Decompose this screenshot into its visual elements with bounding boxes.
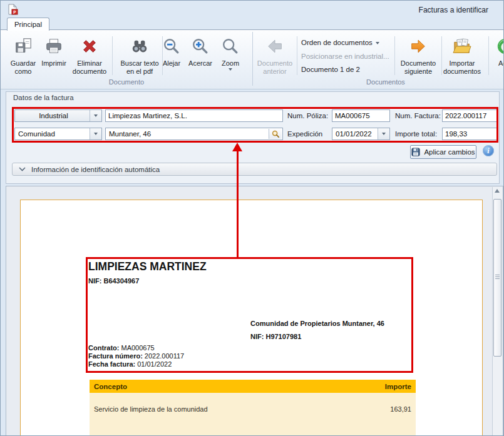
ribbon: Guardar como Imprimir Eliminar documento bbox=[1, 29, 504, 89]
concept-header: Concepto bbox=[94, 383, 127, 390]
document-preview: LIMPIEZAS MARTINEZ NIF: B64304967 Comuni… bbox=[6, 186, 503, 436]
invoice-client-nif: NIF: H97107981 bbox=[250, 330, 384, 343]
invoice-date-line: Fecha factura:01/01/2022 bbox=[88, 360, 172, 368]
titlebar: P Facturas a identificar bbox=[1, 1, 504, 18]
vertical-scrollbar[interactable] bbox=[492, 187, 502, 436]
invoice-table-row: Servicio de limpieza de la comunidad 163… bbox=[90, 393, 416, 436]
ribbon-group-caption-documento: Documento bbox=[1, 78, 252, 86]
chevron-down-icon[interactable] bbox=[90, 128, 101, 139]
invoice-client-block: Comunidad de Propietarios Muntaner, 46 N… bbox=[250, 317, 384, 343]
chevron-down-icon[interactable] bbox=[378, 128, 389, 139]
ribbon-group-divider bbox=[252, 32, 253, 86]
ribbon-group-caption-documentos: Documentos bbox=[301, 78, 470, 86]
save-as-label: Guardar como bbox=[8, 59, 38, 76]
import-documents-button[interactable]: Importar documentos bbox=[440, 34, 484, 81]
save-as-button[interactable]: Guardar como bbox=[8, 34, 38, 81]
chevron-down-icon bbox=[376, 42, 379, 44]
supplier-name-field[interactable] bbox=[105, 109, 283, 122]
print-label: Imprimir bbox=[39, 59, 68, 68]
chevron-down-icon bbox=[229, 68, 232, 71]
zoom-in-label: Acercar bbox=[186, 59, 215, 68]
total-amount-field[interactable] bbox=[442, 128, 497, 140]
print-button[interactable]: Imprimir bbox=[39, 34, 68, 81]
binoculars-icon bbox=[116, 36, 163, 57]
search-pdf-button[interactable]: Buscar texto en el pdf bbox=[116, 34, 163, 81]
refresh-label: Actu bbox=[491, 59, 504, 68]
save-as-icon bbox=[8, 36, 38, 57]
apply-changes-label: Aplicar cambios bbox=[424, 148, 475, 156]
zoom-in-icon bbox=[186, 36, 215, 57]
industrial-combo[interactable]: Industrial bbox=[14, 109, 102, 122]
arrow-left-icon bbox=[255, 36, 295, 57]
chevron-down-icon[interactable] bbox=[90, 110, 101, 121]
save-icon bbox=[411, 148, 420, 156]
next-document-label: Documento siguiente bbox=[398, 59, 439, 76]
ribbon-separator bbox=[112, 36, 113, 75]
invoice-number-field[interactable] bbox=[442, 109, 497, 122]
issue-date-combo[interactable]: 01/01/2022 bbox=[332, 128, 390, 140]
ribbon-separator bbox=[394, 36, 395, 75]
search-icon bbox=[272, 130, 280, 138]
invoice-company-nif: NIF: B64304967 bbox=[88, 277, 139, 285]
position-in-industrial-item[interactable]: Posicionarse en industrial... bbox=[301, 53, 393, 60]
search-button[interactable] bbox=[269, 129, 282, 139]
refresh-icon bbox=[491, 36, 504, 57]
invoice-company-name: LIMPIEZAS MARTINEZ bbox=[88, 260, 207, 273]
app-window: P Facturas a identificar Principal Guard… bbox=[0, 0, 504, 436]
address-field[interactable]: Muntaner, 46 bbox=[105, 128, 283, 140]
issue-date-label: Expedición bbox=[287, 130, 322, 138]
next-document-button[interactable]: Documento siguiente bbox=[398, 34, 439, 81]
pdf-document-icon: P bbox=[7, 4, 18, 15]
delete-x-icon bbox=[69, 36, 110, 57]
zoom-in-button[interactable]: Acercar bbox=[186, 34, 215, 81]
invoice-table-header: Concepto Importe bbox=[90, 380, 416, 393]
printer-icon bbox=[39, 36, 68, 57]
zoom-out-button[interactable]: Alejar bbox=[158, 34, 185, 81]
tab-principal[interactable]: Principal bbox=[7, 18, 49, 31]
search-pdf-label: Buscar texto en el pdf bbox=[116, 59, 163, 76]
delete-document-label: Eliminar documento bbox=[69, 59, 110, 76]
document-counter: Documento 1 de 2 bbox=[301, 66, 393, 73]
chevron-down-icon bbox=[19, 167, 26, 171]
invoice-client-name: Comunidad de Propietarios Muntaner, 46 bbox=[250, 317, 384, 330]
zoom-out-icon bbox=[158, 36, 185, 57]
document-order-menu[interactable]: Orden de documentos bbox=[301, 39, 393, 46]
info-icon[interactable]: i bbox=[483, 145, 494, 156]
zoom-menu-label: Zoom bbox=[216, 59, 245, 71]
delete-document-button[interactable]: Eliminar documento bbox=[69, 34, 110, 81]
total-amount-label: Importe total: bbox=[395, 130, 437, 138]
comunidad-combo[interactable]: Comunidad bbox=[14, 128, 102, 140]
invoice-page: LIMPIEZAS MARTINEZ NIF: B64304967 Comuni… bbox=[20, 200, 483, 436]
zoom-icon bbox=[216, 36, 245, 57]
zoom-menu-button[interactable]: Zoom bbox=[216, 34, 245, 81]
ribbon-separator bbox=[297, 36, 297, 75]
ribbon-separator bbox=[488, 36, 489, 75]
previous-document-button[interactable]: Documento anterior bbox=[255, 34, 295, 81]
folder-icon bbox=[440, 36, 484, 57]
concept-cell: Servicio de limpieza de la comunidad bbox=[94, 405, 208, 436]
amount-header: Importe bbox=[385, 383, 411, 390]
invoice-number-line: Factura número:2022.000117 bbox=[88, 352, 184, 360]
previous-document-label: Documento anterior bbox=[255, 59, 295, 76]
policy-number-label: Num. Póliza: bbox=[287, 112, 328, 119]
zoom-out-label: Alejar bbox=[158, 59, 185, 68]
invoice-contract-line: Contrato:MA000675 bbox=[88, 344, 155, 352]
svg-text:P: P bbox=[13, 10, 16, 14]
scrollbar-thumb[interactable] bbox=[493, 199, 501, 357]
panel-title: Datos de la factura bbox=[13, 94, 74, 101]
apply-changes-button[interactable]: Aplicar cambios bbox=[410, 145, 476, 159]
auto-identification-label: Información de identificación automática bbox=[31, 166, 160, 173]
scroll-up-arrow-icon[interactable] bbox=[495, 189, 500, 193]
policy-number-field[interactable] bbox=[332, 109, 390, 122]
auto-identification-collapse-bar[interactable]: Información de identificación automática bbox=[12, 163, 497, 176]
amount-cell: 163,91 bbox=[390, 405, 411, 436]
arrow-right-icon bbox=[398, 36, 439, 57]
window-title: Facturas a identificar bbox=[419, 6, 488, 14]
import-documents-label: Importar documentos bbox=[440, 59, 484, 76]
refresh-button[interactable]: Actu bbox=[491, 34, 504, 81]
invoice-number-label: Num. Factura: bbox=[395, 112, 441, 119]
